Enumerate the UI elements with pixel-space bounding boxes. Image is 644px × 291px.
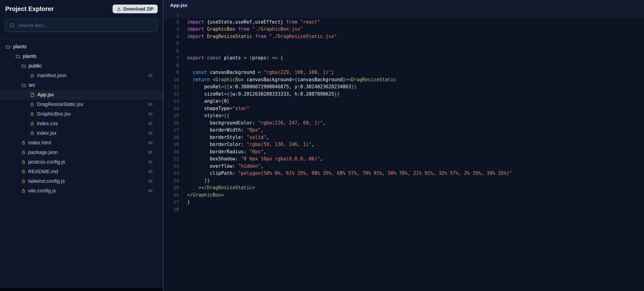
code-line-content: ></DragResizeStatic> bbox=[179, 184, 255, 192]
eye-icon[interactable] bbox=[148, 102, 153, 107]
tree-item-README.md[interactable]: README.md bbox=[0, 167, 163, 176]
tree-item-vite.config.js[interactable]: vite.config.js bbox=[0, 186, 163, 196]
sidebar: Project Explorer Download ZIP plantsplan… bbox=[0, 0, 164, 291]
tree-item-label: tailwind.config.js bbox=[28, 178, 65, 184]
tree-item-tailwind.config.js[interactable]: tailwind.config.js bbox=[0, 176, 163, 186]
editor: App.jsx 12import {useState,useRef,useEff… bbox=[164, 0, 644, 291]
lock-icon bbox=[21, 170, 26, 174]
eye-icon[interactable] bbox=[148, 179, 153, 184]
code-line: 23 clipPath: "polygon(50% 0%, 61% 35%, 9… bbox=[164, 170, 644, 177]
tree-item-plants[interactable]: plants bbox=[0, 42, 163, 52]
tree-item-label: package.json bbox=[28, 150, 58, 155]
eye-icon[interactable] bbox=[148, 140, 153, 145]
eye-icon[interactable] bbox=[148, 73, 153, 78]
download-zip-button[interactable]: Download ZIP bbox=[112, 4, 158, 13]
code-line: 18 borderStyle: "solid", bbox=[164, 134, 644, 141]
tree-item-label: index.html bbox=[28, 140, 51, 146]
code-line: 5 bbox=[164, 40, 644, 47]
code-line: 15 styles={{ bbox=[164, 112, 644, 120]
eye-icon[interactable] bbox=[148, 121, 153, 126]
lock-icon bbox=[30, 74, 34, 78]
line-number: 28 bbox=[164, 206, 179, 213]
code-line-content: import DragResizeStatic from "./DragResi… bbox=[179, 33, 337, 40]
tree-item-src[interactable]: src bbox=[0, 80, 163, 90]
code-lines: 12import {useState,useRef,useEffect} fro… bbox=[164, 10, 644, 213]
code-line-content: import GraphicBox from "./GraphicBox.jsx… bbox=[179, 26, 303, 33]
code-line: 10 return <GraphicBox canvasBackground={… bbox=[164, 76, 644, 84]
search-box bbox=[5, 19, 158, 32]
code-line: 25 ></DragResizeStatic> bbox=[164, 184, 644, 192]
sidebar-footer bbox=[0, 288, 163, 291]
code-line-content: } bbox=[179, 198, 190, 206]
lock-icon bbox=[30, 112, 34, 116]
code-line: 22 overflow: "hidden", bbox=[164, 163, 644, 170]
tree-item-GraphicBox.jsx[interactable]: GraphicBox.jsx bbox=[0, 109, 163, 119]
tree-item-label: DragResizeStatic.jsx bbox=[37, 101, 83, 107]
code-line-content: boxShadow: "0 6px 16px rgba(0,0,0,.06)", bbox=[179, 155, 323, 163]
eye-icon[interactable] bbox=[148, 169, 153, 174]
tree-item-postcss.config.js[interactable]: postcss.config.js bbox=[0, 157, 163, 167]
code-line: 8 bbox=[164, 62, 644, 69]
line-number: 4 bbox=[164, 33, 179, 40]
code-line: 1 bbox=[164, 11, 644, 18]
eye-icon[interactable] bbox=[148, 131, 153, 136]
code-line: 16 backgroundColor: "rgba(226, 247, 69, … bbox=[164, 120, 644, 127]
tree-item-label: plants bbox=[13, 44, 26, 50]
code-line: 4import DragResizeStatic from "./DragRes… bbox=[164, 33, 644, 40]
tree-item-package.json[interactable]: package.json bbox=[0, 148, 163, 157]
tree-item-index.jsx[interactable]: index.jsx bbox=[0, 128, 163, 138]
line-number: 11 bbox=[164, 83, 179, 90]
line-number: 14 bbox=[164, 105, 179, 112]
code-line-content: export const plants = (props) => { bbox=[179, 54, 283, 62]
tree-item-label: index.jsx bbox=[37, 130, 56, 136]
tree-item-label: public bbox=[28, 63, 42, 69]
tree-item-label: README.md bbox=[28, 168, 58, 174]
title-row: Project Explorer Download ZIP bbox=[5, 4, 158, 13]
code-line: 21 boxShadow: "0 6px 16px rgba(0,0,0,.06… bbox=[164, 155, 644, 163]
tree-item-index.html[interactable]: index.html bbox=[0, 138, 163, 148]
tree-item-public[interactable]: public bbox=[0, 61, 163, 71]
line-number: 7 bbox=[164, 54, 179, 62]
code-line-content bbox=[179, 40, 187, 47]
folder-icon bbox=[16, 54, 20, 59]
tree-item-plants[interactable]: plants bbox=[0, 52, 163, 61]
eye-icon[interactable] bbox=[148, 160, 153, 164]
lock-icon bbox=[30, 131, 34, 136]
tree-item-index.css[interactable]: index.css bbox=[0, 119, 163, 128]
tree-item-label: src bbox=[28, 82, 35, 88]
lock-icon bbox=[21, 189, 26, 193]
line-number: 1 bbox=[164, 11, 179, 18]
tree-item-manifest.json[interactable]: manifest.json bbox=[0, 71, 163, 80]
code-line-content bbox=[179, 206, 187, 213]
line-number: 5 bbox=[164, 40, 179, 47]
code-line-content: </GraphicBox> bbox=[179, 192, 224, 199]
code-line-content: shapeType="star" bbox=[179, 105, 250, 112]
line-number: 23 bbox=[164, 170, 179, 177]
code-line-content bbox=[179, 62, 187, 69]
lock-icon bbox=[21, 150, 26, 155]
line-number: 20 bbox=[164, 148, 179, 156]
tree-item-label: plants bbox=[23, 53, 36, 59]
tree-item-label: App.jsx bbox=[37, 92, 54, 98]
line-number: 10 bbox=[164, 76, 179, 84]
tab-app-jsx[interactable]: App.jsx bbox=[164, 0, 194, 10]
tree-item-App.jsx[interactable]: App.jsx bbox=[0, 90, 163, 100]
line-number: 21 bbox=[164, 155, 179, 163]
code-line-content: borderColor: "rgba(59, 130, 246, 1)", bbox=[179, 141, 314, 148]
code-editor[interactable]: 12import {useState,useRef,useEffect} fro… bbox=[164, 10, 644, 291]
editor-tabbar: App.jsx bbox=[164, 0, 644, 10]
search-input[interactable] bbox=[18, 22, 154, 28]
code-line: 28 bbox=[164, 206, 644, 213]
eye-icon[interactable] bbox=[148, 112, 153, 116]
eye-icon[interactable] bbox=[148, 188, 153, 193]
tree-item-DragResizeStatic.jsx[interactable]: DragResizeStatic.jsx bbox=[0, 100, 163, 109]
code-line: 7export const plants = (props) => { bbox=[164, 54, 644, 62]
code-line: 12 sizeRel={{w:0.2012630208333333, h:0.2… bbox=[164, 90, 644, 98]
eye-icon[interactable] bbox=[148, 150, 153, 155]
code-line: 17 borderWidth: "0px", bbox=[164, 126, 644, 134]
line-number: 19 bbox=[164, 141, 179, 148]
code-line: 3import GraphicBox from "./GraphicBox.js… bbox=[164, 26, 644, 33]
app-root: Project Explorer Download ZIP plantsplan… bbox=[0, 0, 644, 291]
code-line-content: clipPath: "polygon(50% 0%, 61% 35%, 98% … bbox=[179, 170, 512, 177]
search-icon bbox=[10, 23, 15, 28]
